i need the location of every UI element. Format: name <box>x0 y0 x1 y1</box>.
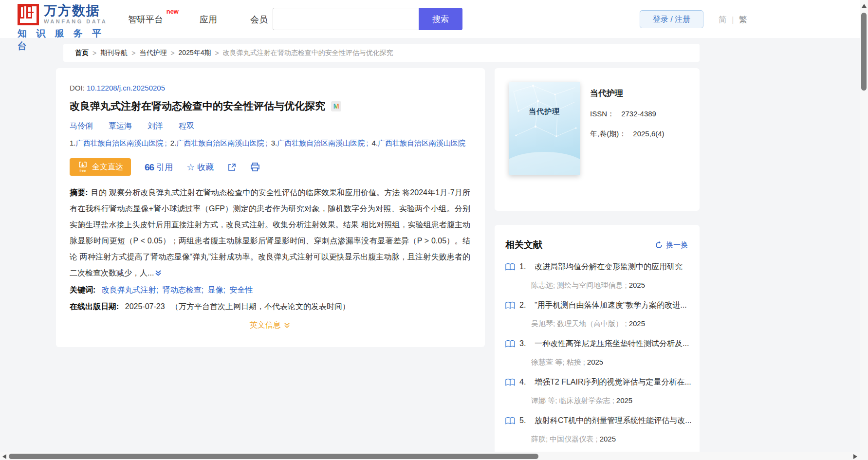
keyword-sep: ; <box>202 286 203 294</box>
volume-label: 年,卷(期)： <box>590 129 626 138</box>
affiliation-num: 1. <box>70 139 76 147</box>
nav-member[interactable]: 会员 <box>250 14 268 25</box>
affiliation-num: 3. <box>271 139 277 147</box>
fulltext-button[interactable]: free 全文直达 <box>70 158 131 176</box>
journal-name: 当代护理 <box>590 88 665 99</box>
breadcrumb-issue[interactable]: 2025年4期 <box>179 49 211 57</box>
scroll-right-arrow[interactable] <box>853 454 857 459</box>
article-title: 改良弹丸式注射在肾动态检查中的安全性评估与优化探究 <box>70 99 325 113</box>
affiliation-sep: ; <box>164 139 168 147</box>
related-item-title[interactable]: 改进局部均值分解在变形监测中的应用研究 <box>535 262 683 272</box>
wanfang-logo-icon <box>18 4 39 25</box>
scroll-up-arrow[interactable] <box>862 4 867 8</box>
nav-zhiyan-platform[interactable]: 智研平台 new <box>128 14 163 25</box>
breadcrumb: 首页 > 期刊导航 > 当代护理 > 2025年4期 > 改良弹丸式注射在肾动态… <box>63 44 700 62</box>
share-button[interactable] <box>227 163 237 172</box>
journal-issn-row: ISSN： 2732-4389 <box>590 110 665 119</box>
affiliation-link[interactable]: 广西壮族自治区南溪山医院 <box>76 139 164 147</box>
related-title: 相关文献 <box>505 239 542 251</box>
breadcrumb-home[interactable]: 首页 <box>75 49 89 57</box>
related-item: 5. 放射科CT机中的剂量管理系统性能评估与改... 薛朕; 中国仪器仪表 ;2… <box>505 415 691 445</box>
author-link[interactable]: 程双 <box>179 121 194 131</box>
author-link[interactable]: 马伶俐 <box>70 121 93 131</box>
keyword-link[interactable]: 安全性 <box>230 286 253 294</box>
keywords-label: 关键词: <box>70 286 95 294</box>
svg-text:free: free <box>80 168 86 173</box>
breadcrumb-journal[interactable]: 当代护理 <box>139 49 166 57</box>
login-register-button[interactable]: 登录 / 注册 <box>640 10 703 28</box>
affiliation-num: 2. <box>170 139 177 147</box>
related-card: 相关文献 换一换 1. 改进局部均值分解在变形监测中的应用研究 陈志远; 测绘与… <box>495 225 700 460</box>
lang-divider: | <box>732 15 734 25</box>
lang-simplified[interactable]: 简 <box>719 14 727 25</box>
keyword-sep: ; <box>156 286 158 294</box>
scroll-left-arrow[interactable] <box>2 454 6 459</box>
language-toggle: 简 | 繁 <box>719 14 747 25</box>
related-item-title[interactable]: "用手机测自由落体加速度"教学方案的改进... <box>535 300 687 311</box>
expand-abstract-icon[interactable] <box>155 266 162 282</box>
abstract-label: 摘要: <box>70 188 88 197</box>
book-icon <box>505 417 515 425</box>
refresh-icon <box>655 241 663 249</box>
journal-cover[interactable]: 当代护理 <box>509 82 580 175</box>
related-item: 1. 改进局部均值分解在变形监测中的应用研究 陈志远; 测绘与空间地理信息 ;2… <box>505 261 691 291</box>
book-icon <box>505 378 515 386</box>
affiliation-link[interactable]: 广西壮族自治区南溪山医院 <box>176 139 264 147</box>
star-icon: ☆ <box>186 163 195 172</box>
print-button[interactable] <box>250 163 260 172</box>
vertical-scroll-thumb[interactable] <box>861 13 867 91</box>
collect-button[interactable]: ☆ 收藏 <box>186 162 214 173</box>
related-num: 1. <box>519 262 530 271</box>
header: 万方数据 WANFANG DATA 知 识 服 务 平 台 智研平台 new 应… <box>0 0 868 38</box>
affiliation-link[interactable]: 广西壮族自治区南溪山医院 <box>277 139 365 147</box>
nav-apps[interactable]: 应用 <box>200 14 217 25</box>
search-button[interactable]: 搜索 <box>419 8 462 30</box>
breadcrumb-journal-nav[interactable]: 期刊导航 <box>100 49 128 57</box>
affiliation-link[interactable]: 广西壮族自治区南溪山医院 <box>378 139 465 147</box>
related-item-meta: 徐慧萱 等; 粘接 ;2025 <box>531 356 691 368</box>
breadcrumb-current: 改良弹丸式注射在肾动态检查中的安全性评估与优化探究 <box>223 49 393 57</box>
horizontal-scrollbar[interactable] <box>0 452 868 460</box>
related-num: 5. <box>519 416 530 425</box>
volume-value: 2025,6(4) <box>633 129 664 138</box>
abstract: 摘要:目的 观察分析改良弹丸式注射在肾动态检查中的安全性评估的临床效果和应用价值… <box>70 184 470 282</box>
download-free-icon: free <box>77 161 88 173</box>
author-link[interactable]: 刘洋 <box>148 121 163 131</box>
breadcrumb-sep: > <box>215 49 219 57</box>
refresh-related-button[interactable]: 换一换 <box>655 240 688 250</box>
pubdate-label: 在线出版日期: <box>70 302 119 311</box>
issn-label: ISSN： <box>590 110 614 118</box>
english-info-link[interactable]: 英文信息 <box>250 321 281 329</box>
keyword-link[interactable]: 显像 <box>208 286 223 294</box>
horizontal-scroll-thumb[interactable] <box>9 454 538 459</box>
related-item-title[interactable]: 增强T2 FLAIR序列的视觉评估与定量分析在... <box>535 377 691 387</box>
keyword-link[interactable]: 改良弹丸式注射 <box>102 286 156 294</box>
vertical-scrollbar[interactable] <box>860 0 868 452</box>
doi-link[interactable]: 10.12208/j.cn.20250205 <box>87 84 165 92</box>
search-input[interactable] <box>273 8 419 30</box>
english-info-row: 英文信息 <box>70 320 470 331</box>
action-toolbar: free 全文直达 66 引用 ☆ 收藏 <box>70 158 470 176</box>
related-item-title[interactable]: 放射科CT机中的剂量管理系统性能评估与改... <box>535 416 691 426</box>
affiliation-sep: ; <box>264 139 269 147</box>
related-item-meta: 谭娜 等; 临床放射学杂志 ;2025 <box>531 395 691 406</box>
related-item: 4. 增强T2 FLAIR序列的视觉评估与定量分析在... 谭娜 等; 临床放射… <box>505 376 691 406</box>
related-item-meta: 陈志远; 测绘与空间地理信息 ;2025 <box>531 279 691 291</box>
keyword-sep: ; <box>223 286 225 294</box>
lang-traditional[interactable]: 繁 <box>739 14 747 25</box>
brand-name: 万方数据 <box>44 4 107 18</box>
cite-button[interactable]: 66 引用 <box>145 162 173 173</box>
expand-english-icon[interactable] <box>284 322 290 331</box>
keywords-row: 关键词: 改良弹丸式注射; 肾动态检查; 显像; 安全性 <box>70 285 470 295</box>
book-icon <box>505 340 515 348</box>
related-num: 3. <box>519 339 530 348</box>
related-item: 3. 一种改性高弹尼龙压疮坐垫特性测试分析及... 徐慧萱 等; 粘接 ;202… <box>505 338 691 368</box>
page: 万方数据 WANFANG DATA 知 识 服 务 平 台 智研平台 new 应… <box>0 0 868 460</box>
breadcrumb-sep: > <box>92 49 96 57</box>
author-link[interactable]: 覃运海 <box>109 121 132 131</box>
book-icon <box>505 301 515 310</box>
keyword-link[interactable]: 肾动态检查 <box>163 286 202 294</box>
related-num: 4. <box>519 378 530 386</box>
related-item-title[interactable]: 一种改性高弹尼龙压疮坐垫特性测试分析及... <box>535 339 689 349</box>
share-icon <box>227 163 237 172</box>
